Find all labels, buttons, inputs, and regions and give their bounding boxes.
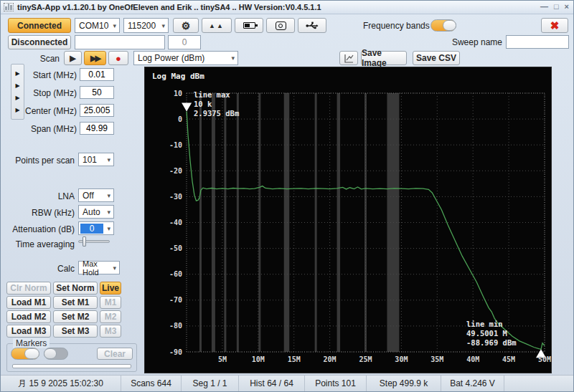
- slider-handle[interactable]: [83, 236, 86, 247]
- firmware-upload-button[interactable]: ▶▶ ▲▲: [202, 18, 232, 33]
- fast-forward-icon: ▶▶: [90, 54, 100, 63]
- m2-button[interactable]: M2: [100, 310, 121, 323]
- lna-select[interactable]: Off ▾: [78, 188, 114, 202]
- chevron-down-icon: ▾: [107, 156, 110, 163]
- stop-freq-label: Stop (MHz): [28, 88, 77, 98]
- com-port-select[interactable]: COM10 ▾: [75, 18, 120, 33]
- command-input[interactable]: [75, 35, 165, 49]
- preset-arrow-3[interactable]: ▶: [15, 95, 19, 101]
- marker1-toggle[interactable]: [11, 348, 39, 360]
- preset-arrow-2[interactable]: ▶: [15, 82, 19, 89]
- set-m1-button[interactable]: Set M1: [53, 296, 98, 309]
- spectrum-chart[interactable]: line max10 k2.9375 dBmline min49.5001 M-…: [144, 67, 552, 373]
- clear-markers-button[interactable]: Clear: [97, 348, 133, 360]
- status-scans: Scans 644: [121, 376, 182, 391]
- preset-arrow-1[interactable]: ▶: [15, 70, 19, 77]
- display-mode-select[interactable]: Log Power (dBm) ▾: [133, 51, 238, 65]
- popout-chart-button[interactable]: [339, 51, 358, 65]
- settings-button[interactable]: ⚙: [173, 18, 199, 33]
- record-icon: ●: [116, 53, 121, 64]
- baud-rate-select[interactable]: 115200 ▾: [123, 18, 169, 33]
- app-close-button[interactable]: ✖: [541, 18, 568, 33]
- app-icon: [4, 3, 14, 11]
- x-tick-label: 50M: [538, 355, 551, 363]
- load-m1-button[interactable]: Load M1: [6, 296, 51, 309]
- spectrum-plot[interactable]: line max10 k2.9375 dBmline min49.5001 M-…: [145, 67, 552, 374]
- disconnected-button[interactable]: Disconnected: [8, 35, 71, 49]
- preset-arrow-4[interactable]: ▶: [15, 107, 19, 113]
- y-tick-label: -60: [169, 270, 182, 278]
- chevron-down-icon: ▾: [161, 21, 165, 29]
- record-button[interactable]: ●: [108, 51, 128, 65]
- retry-count-field[interactable]: [168, 35, 201, 49]
- maximize-icon[interactable]: □: [554, 2, 559, 11]
- baud-value: 115200: [128, 21, 156, 31]
- y-tick-label: -10: [169, 141, 182, 149]
- y-tick-label: -20: [169, 167, 182, 175]
- chevron-down-icon: ▾: [107, 208, 110, 215]
- span-freq-field[interactable]: [80, 122, 114, 135]
- attenuation-select[interactable]: 0 ▾: [78, 221, 114, 235]
- attenuation-label: Attenuation (dB): [8, 224, 75, 234]
- chevron-down-icon: ▾: [107, 191, 110, 199]
- start-freq-field[interactable]: [80, 68, 114, 81]
- screenshot-button[interactable]: [266, 18, 295, 33]
- usb-button[interactable]: [298, 18, 326, 33]
- max-marker-icon[interactable]: [182, 102, 192, 111]
- stop-freq-field[interactable]: [80, 86, 114, 99]
- x-tick-label: 30M: [395, 355, 408, 363]
- chevron-down-icon: ▾: [107, 224, 110, 231]
- sweep-name-input[interactable]: [506, 35, 569, 49]
- set-norm-button[interactable]: Set Norm: [53, 282, 98, 295]
- m3-button[interactable]: M3: [100, 325, 121, 338]
- x-tick-label: 45M: [502, 355, 515, 363]
- frequency-band-overlay: [212, 93, 215, 352]
- chevron-down-icon: ▾: [113, 264, 116, 271]
- span-freq-label: Span (MHz): [28, 124, 77, 134]
- save-image-button[interactable]: Save Image: [361, 51, 407, 65]
- frequency-bands-toggle[interactable]: [430, 19, 456, 32]
- set-m3-button[interactable]: Set M3: [53, 325, 98, 338]
- x-tick-label: 35M: [430, 355, 443, 363]
- rbw-select[interactable]: Auto ▾: [78, 205, 114, 219]
- y-tick-label: -70: [169, 296, 182, 304]
- set-m2-button[interactable]: Set M2: [53, 310, 98, 323]
- chart-title: Log Mag dBm: [152, 72, 204, 81]
- minimize-icon[interactable]: —: [540, 2, 548, 11]
- calc-value: Max Hold: [83, 259, 111, 277]
- attenuation-value: 0: [80, 224, 103, 234]
- center-freq-field[interactable]: [80, 104, 114, 117]
- clr-norm-button[interactable]: Clr Norm: [6, 282, 51, 295]
- battery-button[interactable]: [235, 18, 263, 33]
- y-tick-label: 0: [178, 115, 182, 123]
- display-mode-value: Log Power (dBm): [138, 53, 204, 63]
- x-tick-label: 15M: [288, 355, 301, 363]
- m1-button[interactable]: M1: [100, 296, 121, 309]
- points-per-scan-select[interactable]: 101 ▾: [78, 153, 114, 166]
- connected-button[interactable]: Connected: [8, 18, 71, 33]
- gear-icon: ⚙: [182, 20, 191, 32]
- battery-icon: [243, 22, 255, 29]
- scan-once-button[interactable]: ▶: [64, 51, 82, 65]
- calc-select[interactable]: Max Hold ▾: [78, 261, 120, 274]
- live-button[interactable]: Live: [100, 282, 121, 295]
- rbw-label: RBW (kHz): [28, 208, 75, 218]
- time-averaging-slider[interactable]: [78, 236, 110, 247]
- load-m3-button[interactable]: Load M3: [6, 325, 51, 338]
- marker-position-bar[interactable]: [12, 364, 131, 368]
- lna-label: LNA: [35, 191, 75, 201]
- y-tick-label: -80: [169, 322, 182, 330]
- frequency-band-overlay: [337, 93, 340, 352]
- window-close-icon[interactable]: ×: [565, 2, 569, 11]
- up-arrows-icon: ▲▲: [209, 22, 225, 29]
- start-freq-label: Start (MHz): [28, 70, 77, 80]
- load-m2-button[interactable]: Load M2: [6, 310, 51, 323]
- frequency-bands-label: Frequency bands: [363, 21, 428, 31]
- app-window: tinySA-App v1.1.20.1 by OneOfEleven and …: [0, 0, 574, 392]
- chart-export-icon: [344, 54, 354, 63]
- title-bar[interactable]: tinySA-App v1.1.20.1 by OneOfEleven and …: [1, 1, 573, 14]
- marker-annotation: line max10 k2.9375 dBm: [194, 90, 239, 118]
- save-csv-button[interactable]: Save CSV: [413, 51, 460, 65]
- scan-continuous-button[interactable]: ▶▶: [84, 51, 106, 65]
- marker2-toggle[interactable]: [44, 348, 68, 360]
